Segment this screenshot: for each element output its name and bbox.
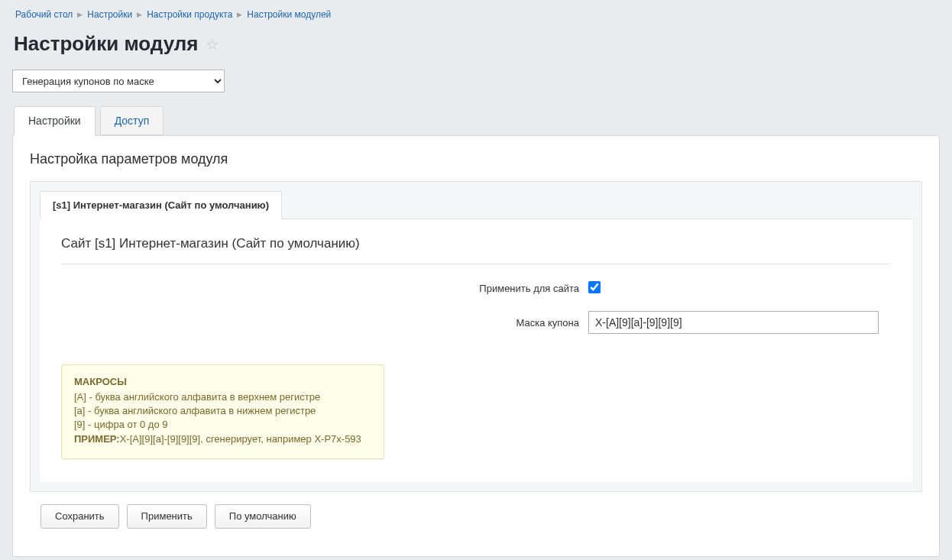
macros-help-example: ПРИМЕР:X-[A][9][a]-[9][9][9], сгенерируе… (74, 432, 371, 446)
macros-help-line: [A] - буква английского алфавита в верхн… (74, 390, 371, 404)
breadcrumb-item[interactable]: Настройки продукта (147, 9, 232, 20)
site-panel: [s1] Интернет-магазин (Сайт по умолчанию… (30, 181, 922, 492)
macros-help-box: МАКРОСЫ [A] - буква английского алфавита… (61, 364, 384, 459)
chevron-right-icon: ▶ (237, 11, 242, 18)
macros-help-line: [9] - цифра от 0 до 9 (74, 418, 371, 432)
apply-for-site-checkbox[interactable] (588, 281, 601, 293)
breadcrumb: Рабочий стол ▶ Настройки ▶ Настройки про… (12, 0, 940, 26)
page-title: Настройки модуля (14, 32, 198, 56)
panel-heading: Настройка параметров модуля (30, 151, 922, 167)
favorite-star-icon[interactable]: ☆ (206, 35, 219, 53)
action-buttons: Сохранить Применить По умолчанию (30, 492, 922, 541)
module-select[interactable]: Генерация купонов по маске (12, 70, 225, 92)
divider (61, 264, 891, 264)
apply-button[interactable]: Применить (127, 504, 207, 529)
breadcrumb-item[interactable]: Рабочий стол (15, 9, 73, 20)
coupon-mask-label: Маска купона (61, 317, 588, 329)
reset-button[interactable]: По умолчанию (215, 504, 311, 529)
chevron-right-icon: ▶ (137, 11, 142, 18)
macros-help-title: МАКРОСЫ (74, 376, 371, 387)
site-tab[interactable]: [s1] Интернет-магазин (Сайт по умолчанию… (40, 191, 282, 219)
site-heading: Сайт [s1] Интернет-магазин (Сайт по умол… (61, 236, 891, 251)
macros-help-line: [a] - буква английского алфавита в нижне… (74, 404, 371, 418)
breadcrumb-item[interactable]: Настройки модулей (247, 9, 331, 20)
tab-access[interactable]: Доступ (100, 106, 164, 135)
apply-for-site-label: Применить для сайта (61, 283, 588, 294)
chevron-right-icon: ▶ (77, 11, 83, 18)
main-tabs: Настройки Доступ (12, 106, 940, 135)
settings-panel: Настройка параметров модуля [s1] Интерне… (12, 135, 940, 557)
tab-settings[interactable]: Настройки (14, 106, 96, 136)
breadcrumb-item[interactable]: Настройки (87, 9, 132, 20)
save-button[interactable]: Сохранить (40, 504, 119, 529)
coupon-mask-input[interactable] (588, 311, 879, 334)
